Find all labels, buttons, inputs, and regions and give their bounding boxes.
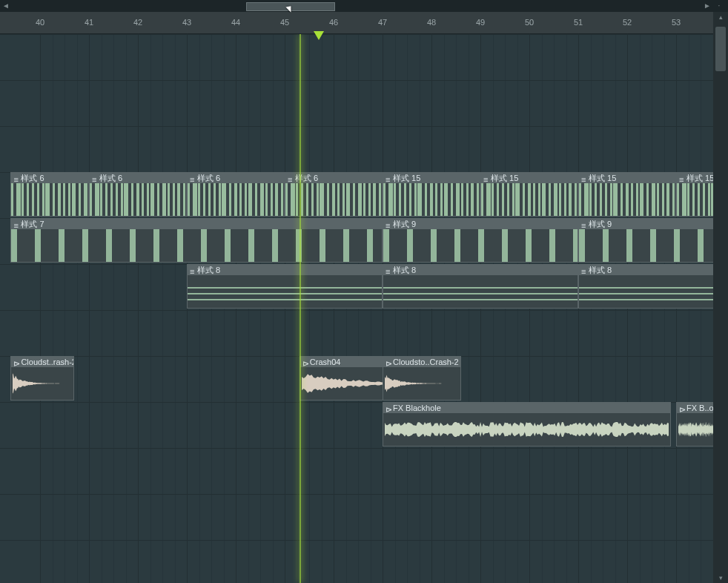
- loop-marker-icon[interactable]: [314, 31, 324, 40]
- ruler-tick: 42: [133, 18, 142, 27]
- clip-header[interactable]: ≡样式 6: [90, 173, 186, 183]
- clip-body: [579, 229, 713, 262]
- timeline-ruler[interactable]: 4041424344454647484950515253: [0, 12, 728, 34]
- pattern-icon: ≡: [581, 267, 587, 273]
- clip-header[interactable]: ≡样式 8: [383, 265, 578, 275]
- vertical-scrollbar[interactable]: ▴ ▾: [713, 12, 728, 583]
- pattern-clip[interactable]: ≡样式 15: [578, 172, 676, 217]
- clip-header[interactable]: ≡样式 8: [579, 265, 713, 275]
- nav-end-icon[interactable]: ·: [713, 0, 725, 12]
- clip-header[interactable]: ≡样式 9: [579, 219, 713, 229]
- clip-label: 样式 6: [99, 173, 122, 184]
- clip-header[interactable]: ⊳Cloudst..rash-2: [11, 357, 73, 367]
- pattern-clip[interactable]: ≡样式 9: [578, 218, 713, 263]
- scroll-up-icon[interactable]: ▴: [713, 12, 728, 22]
- audio-clip[interactable]: ⊳FX Blackhole: [383, 402, 671, 447]
- pattern-clip[interactable]: ≡样式 6: [89, 172, 187, 217]
- waveform-icon: ⊳: [13, 359, 19, 365]
- pattern-clip[interactable]: ≡样式 8: [578, 264, 713, 309]
- clip-header[interactable]: ≡样式 6: [188, 173, 284, 183]
- scroll-thumb[interactable]: [715, 27, 726, 71]
- clip-header[interactable]: ⊳Cloudsto..Crash-2: [383, 357, 460, 367]
- pattern-clip[interactable]: ≡样式 8: [383, 264, 578, 309]
- clip-header[interactable]: ≡样式 9: [383, 219, 578, 229]
- clip-header[interactable]: ≡样式 15: [579, 173, 675, 183]
- ruler-tick: 43: [182, 18, 191, 27]
- pattern-clip[interactable]: ≡样式 15: [480, 172, 578, 217]
- pattern-icon: ≡: [385, 175, 391, 181]
- clip-label: Cloudsto..Crash-2: [393, 358, 459, 366]
- clip-body: [383, 229, 578, 262]
- pattern-icon: ≡: [385, 221, 391, 227]
- clip-body: [285, 183, 382, 216]
- clip-label: 样式 15: [686, 173, 713, 184]
- clip-header[interactable]: ≡样式 8: [188, 265, 382, 275]
- pattern-icon: ≡: [679, 175, 685, 181]
- pattern-icon: ≡: [190, 267, 196, 273]
- clip-header[interactable]: ≡样式 6: [285, 173, 382, 183]
- ruler-tick: 44: [231, 18, 240, 27]
- pattern-clip[interactable]: ≡样式 7: [10, 218, 383, 263]
- pattern-icon: ≡: [13, 221, 19, 227]
- ruler-tick: 41: [85, 18, 93, 27]
- clip-label: 样式 7: [21, 219, 44, 230]
- nav-left-icon[interactable]: ◄: [0, 0, 12, 12]
- nav-right-icon[interactable]: ►: [701, 0, 713, 12]
- ruler-tick: 46: [329, 18, 338, 27]
- pattern-clip[interactable]: ≡样式 6: [285, 172, 383, 217]
- clip-body: [383, 275, 578, 308]
- pattern-clip[interactable]: ≡样式 15: [383, 172, 480, 217]
- clip-body: [677, 413, 713, 446]
- pattern-clip[interactable]: ≡样式 8: [187, 264, 383, 309]
- clip-body: [677, 183, 713, 216]
- pattern-icon: ≡: [13, 175, 19, 181]
- clip-header[interactable]: ≡样式 15: [383, 173, 480, 183]
- grid: [0, 34, 713, 583]
- clip-body: [11, 367, 73, 400]
- pattern-icon: ≡: [92, 175, 98, 181]
- pattern-clip[interactable]: ≡样式 6: [10, 172, 89, 217]
- clip-label: 样式 15: [589, 173, 616, 184]
- pattern-icon: ≡: [190, 175, 196, 181]
- ruler-tick: 48: [427, 18, 436, 27]
- pattern-icon: ≡: [483, 175, 489, 181]
- minimap-bar[interactable]: ◄ ► ·: [0, 0, 728, 12]
- audio-clip[interactable]: ⊳Cloudst..rash-2: [10, 356, 74, 401]
- clip-header[interactable]: ≡样式 6: [11, 173, 88, 183]
- ruler-tick: 47: [378, 18, 387, 27]
- clip-header[interactable]: ⊳FX B..ole: [677, 403, 713, 413]
- pattern-clip[interactable]: ≡样式 6: [187, 172, 285, 217]
- pattern-clip[interactable]: ≡样式 15: [676, 172, 713, 217]
- clip-header[interactable]: ≡样式 7: [11, 219, 382, 229]
- waveform-icon: ⊳: [385, 405, 391, 411]
- ruler-tick: 50: [525, 18, 534, 27]
- clip-label: FX Blackhole: [393, 404, 441, 412]
- clip-body: [481, 183, 578, 216]
- scroll-down-icon[interactable]: ▾: [713, 573, 728, 583]
- waveform-icon: ⊳: [385, 359, 391, 365]
- pattern-clip[interactable]: ≡样式 9: [383, 218, 578, 263]
- ruler-tick: 45: [280, 18, 289, 27]
- playlist-area[interactable]: ≡样式 6≡样式 6≡样式 6≡样式 6≡样式 15≡样式 15≡样式 15≡样…: [0, 34, 713, 583]
- waveform-icon: ⊳: [302, 359, 308, 365]
- pattern-icon: ≡: [581, 175, 587, 181]
- clip-header[interactable]: ≡样式 15: [481, 173, 578, 183]
- clip-header[interactable]: ⊳FX Blackhole: [383, 403, 670, 413]
- clip-body: [11, 229, 382, 262]
- clip-label: 样式 8: [589, 265, 612, 276]
- clip-label: 样式 15: [393, 173, 420, 184]
- audio-clip[interactable]: ⊳Cloudsto..Crash-2: [383, 356, 461, 401]
- audio-clip[interactable]: ⊳FX B..ole: [676, 402, 713, 447]
- clip-label: 样式 6: [197, 173, 220, 184]
- clip-body: [188, 275, 382, 308]
- clip-label: Cloudst..rash-2: [21, 358, 74, 366]
- clip-label: 样式 6: [21, 173, 44, 184]
- pattern-icon: ≡: [581, 221, 587, 227]
- clip-body: [90, 183, 186, 216]
- ruler-tick: 53: [672, 18, 681, 27]
- clip-label: 样式 9: [589, 219, 612, 230]
- clip-label: 样式 6: [295, 173, 318, 184]
- clip-label: FX B..ole: [686, 404, 713, 412]
- clip-label: 样式 8: [197, 265, 220, 276]
- clip-header[interactable]: ≡样式 15: [677, 173, 713, 183]
